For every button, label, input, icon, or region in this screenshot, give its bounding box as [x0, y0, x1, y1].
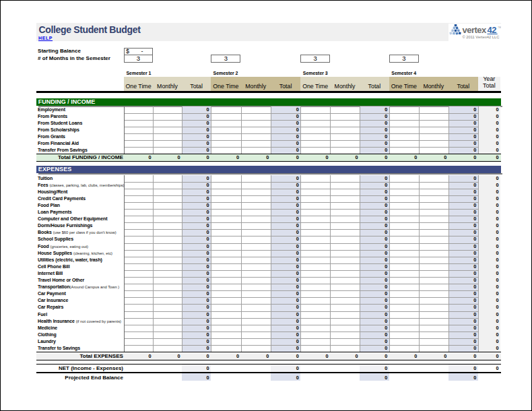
svg-text:42: 42	[488, 25, 497, 35]
svg-text:TM: TM	[498, 26, 501, 29]
svg-text:vertex: vertex	[463, 25, 488, 35]
